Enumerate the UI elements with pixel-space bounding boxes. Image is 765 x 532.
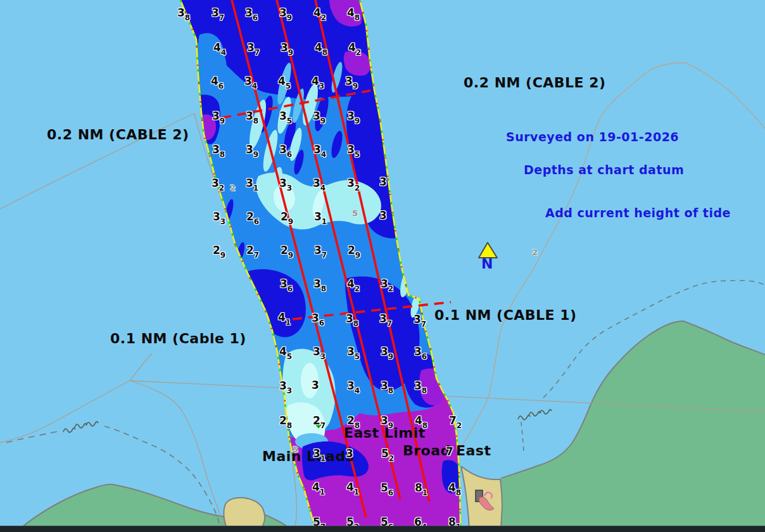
depth-sounding: 39 <box>279 8 292 18</box>
depth-sounding: 33 <box>213 212 225 222</box>
depth-sounding: 36 <box>245 8 258 18</box>
depth-sounding: 39 <box>381 346 393 357</box>
depth-sounding: 35 <box>347 346 360 357</box>
label-cable1-west: 0.1 NM (Cable 1) <box>110 331 246 346</box>
depth-sounding: 31 <box>313 448 326 459</box>
chart-plotter-map[interactable]: 0.2 NM (CABLE 2) 0.2 NM (CABLE 2) Survey… <box>0 0 765 532</box>
label-cable2-east: 0.2 NM (CABLE 2) <box>464 75 606 91</box>
depth-sounding: 3 <box>379 210 387 221</box>
depth-sounding: 27 <box>313 415 326 426</box>
depth-sounding: 37 <box>212 8 224 18</box>
depth-sounding: 35 <box>347 144 360 155</box>
depth-sounding: 39 <box>347 111 360 122</box>
depth-sounding: 38 <box>381 381 393 391</box>
label-main-leads: Main Leads <box>262 448 354 464</box>
depth-sounding: 32 <box>347 178 360 189</box>
depth-sounding: 35 <box>279 111 292 122</box>
depth-sounding: 37 <box>414 314 426 325</box>
depth-sounding: 41 <box>346 482 359 493</box>
depth-sounding: 34 <box>347 381 360 391</box>
depth-sounding: 36 <box>280 279 293 289</box>
depth-sounding: 36 <box>414 346 427 357</box>
depth-sounding: 3 <box>379 177 387 187</box>
depth-sounding: 33 <box>279 381 292 391</box>
depth-sounding: 38 <box>246 111 258 122</box>
depth-sounding: 32 <box>381 279 393 289</box>
depth-sounding: 56 <box>381 483 393 493</box>
depth-sounding: 38 <box>346 314 358 324</box>
label-cable2-west: 0.2 NM (CABLE 2) <box>47 127 189 142</box>
depth-sounding: 81 <box>415 483 427 493</box>
depth-sounding: 33 <box>279 178 292 189</box>
depth-sounding: 42 <box>348 42 361 53</box>
depth-sounding: 39 <box>212 111 225 122</box>
contour-depth-label: 2 <box>532 248 538 256</box>
depth-sounding: 34 <box>313 144 326 155</box>
depth-sounding: 52 <box>381 448 394 459</box>
depth-sounding: 29 <box>281 245 293 256</box>
depth-sounding: 48 <box>347 8 360 18</box>
depth-sounding: 41 <box>312 482 325 493</box>
depth-sounding: 34 <box>244 76 257 87</box>
depth-sounding: 29 <box>213 245 225 256</box>
depth-sounding: 48 <box>415 415 427 426</box>
contour-depth-label: 5 <box>352 209 358 217</box>
depth-sounding: 37 <box>379 314 392 324</box>
depth-sounding: 42 <box>313 8 326 18</box>
depth-sounding: 48 <box>448 483 461 493</box>
depth-sounding: 42 <box>347 279 360 289</box>
bottom-bar <box>0 526 765 532</box>
depth-sounding: 44 <box>213 42 226 53</box>
depth-sounding: 36 <box>312 313 324 324</box>
depth-sounding: 39 <box>345 76 358 87</box>
depth-sounding: 72 <box>449 415 462 426</box>
depth-sounding: 38 <box>313 279 326 289</box>
depth-sounding: 3 <box>312 380 319 391</box>
depth-sounding: 33 <box>313 346 326 357</box>
depth-sounding: 48 <box>315 42 327 53</box>
depth-sounding: 38 <box>177 8 190 18</box>
depth-sounding: 31 <box>246 178 258 189</box>
depth-sounding: 37 <box>314 245 327 256</box>
depth-sounding: 38 <box>414 381 427 391</box>
note-chart-datum: Depths at chart datum <box>524 163 684 177</box>
depth-sounding: 27 <box>246 245 259 256</box>
depth-sounding: 43 <box>312 76 324 87</box>
depth-sounding: 39 <box>381 415 393 426</box>
north-letter: N <box>481 256 493 272</box>
depth-sounding: 36 <box>279 144 292 155</box>
depth-sounding: 46 <box>211 76 224 87</box>
contour-depth-label: 5 <box>293 445 298 453</box>
depth-sounding: 41 <box>278 312 291 323</box>
depth-sounding: 29 <box>281 212 293 222</box>
depth-sounding: 29 <box>348 245 360 256</box>
contour-depth-label: 2 <box>230 184 236 192</box>
depth-sounding: 37 <box>247 42 260 53</box>
depth-sounding: 45 <box>279 346 292 357</box>
note-surveyed-date: Surveyed on 19-01-2026 <box>506 130 679 144</box>
depth-sounding: 38 <box>212 144 225 155</box>
depth-sounding: 3 <box>346 448 353 459</box>
depth-sounding: 34 <box>313 178 326 189</box>
label-cable1-east: 0.1 NM (CABLE 1) <box>434 307 577 323</box>
depth-sounding: 45 <box>278 76 291 87</box>
depth-sounding: 32 <box>212 178 224 189</box>
depth-sounding: 28 <box>279 415 292 426</box>
depth-sounding: 7 <box>446 446 453 457</box>
depth-sounding: 39 <box>281 42 293 53</box>
depth-sounding: 31 <box>314 212 327 222</box>
depth-sounding: 39 <box>246 144 258 155</box>
depth-sounding: 26 <box>246 212 259 222</box>
depth-sounding: 39 <box>313 111 326 122</box>
depth-sounding: 28 <box>347 415 360 426</box>
note-height-of-tide: Add current height of tide <box>545 206 731 220</box>
